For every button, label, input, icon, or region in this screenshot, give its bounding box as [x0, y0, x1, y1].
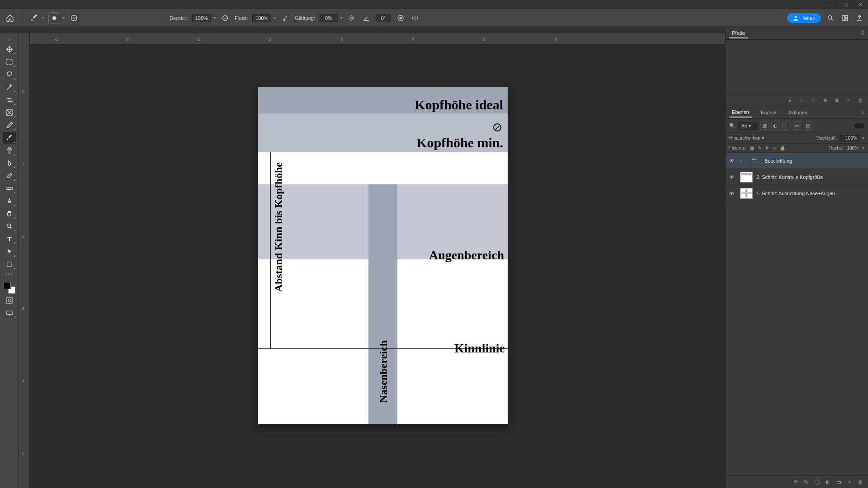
brush-tool-icon[interactable] [29, 13, 39, 23]
layer-name[interactable]: 1. Schritt: Ausrichtung Nase+Augen [756, 191, 835, 196]
gradient-tool[interactable] [3, 183, 16, 194]
filter-adjust-icon[interactable]: ◐ [771, 122, 779, 130]
adjustment-icon[interactable]: ◐ [825, 479, 831, 485]
quickmask-tool[interactable] [3, 295, 16, 306]
new-path-icon[interactable]: ＋ [845, 97, 852, 103]
layer-row[interactable]: 👁 › 🗀 Beschriftung [726, 153, 868, 169]
path-from-selection-icon[interactable]: ◆ [822, 97, 828, 103]
link-layers-icon[interactable]: ⟲ [792, 479, 798, 485]
layer-name[interactable]: 2. Schritt: Kontrolle Kopfgröße [756, 174, 823, 180]
pressure-opacity-icon[interactable] [220, 13, 230, 23]
marquee-tool[interactable] [3, 56, 16, 68]
path-select-tool[interactable] [3, 246, 16, 258]
workspace-icon[interactable] [840, 13, 850, 23]
filter-shape-icon[interactable]: ▭ [793, 122, 801, 130]
lock-trans-icon[interactable]: ▦ [750, 145, 754, 150]
shape-tool[interactable] [3, 258, 16, 270]
panel-flyout-icon[interactable]: » [859, 28, 866, 33]
tab-paths[interactable]: Pfade [729, 28, 748, 38]
mask-icon[interactable]: ◯ [814, 479, 820, 485]
eraser-tool[interactable] [3, 170, 16, 182]
new-layer-icon[interactable]: ＋ [846, 479, 853, 485]
canvas[interactable]: Kopfhöhe ideal Kopfhöhe min. Augenbereic… [30, 44, 725, 488]
minimize-button[interactable]: – [828, 1, 835, 8]
ruler-vertical[interactable]: 0 1 2 3 4 5 [19, 44, 30, 488]
chevron-right-icon[interactable]: › [740, 158, 745, 164]
airbrush-icon[interactable] [280, 13, 290, 23]
layer-row[interactable]: 👁 1. Schritt: Ausrichtung Nase+Augen [726, 185, 868, 202]
filter-type-icon[interactable]: T [782, 122, 790, 130]
screenmode-tool[interactable] [3, 307, 16, 319]
maximize-button[interactable]: □ [843, 1, 849, 8]
tab-actions[interactable]: Aktionen [785, 108, 810, 117]
pressure-size-icon[interactable] [396, 13, 406, 23]
more-tools[interactable]: ••• [5, 271, 14, 279]
flow-input[interactable]: 100% [252, 14, 271, 22]
zoom-tool[interactable] [3, 221, 16, 232]
add-mask-icon[interactable]: ▣ [834, 97, 840, 103]
chevron-down-icon[interactable]: ▾ [63, 16, 65, 20]
eyedropper-tool[interactable] [3, 119, 16, 131]
layer-thumbnail[interactable] [740, 172, 753, 183]
opacity-input[interactable]: 100% [192, 14, 211, 22]
frame-tool[interactable] [3, 107, 16, 118]
smoothing-options-icon[interactable] [347, 13, 357, 23]
blend-mode-select[interactable]: Hindurchwirken ▾ [729, 136, 788, 141]
fx-icon[interactable]: fx [803, 479, 809, 485]
ruler-origin[interactable] [19, 33, 30, 44]
filter-pixel-icon[interactable]: ▦ [760, 122, 769, 130]
share-button[interactable]: Teilen [787, 13, 821, 23]
close-button[interactable]: ✕ [857, 1, 863, 8]
smoothing-input[interactable]: 0% [320, 14, 338, 22]
stroke-path-icon[interactable]: ○ [798, 97, 805, 103]
clone-tool[interactable] [3, 145, 16, 156]
filter-kind-select[interactable]: Art ▾ [738, 122, 758, 130]
symmetry-icon[interactable] [410, 13, 420, 23]
chevron-down-icon[interactable]: ▾ [214, 16, 216, 20]
visibility-icon[interactable]: 👁 [729, 174, 736, 180]
paths-panel-body[interactable] [726, 40, 868, 94]
layer-row[interactable]: 👁 2. Schritt: Kontrolle Kopfgröße [726, 169, 868, 185]
home-button[interactable] [4, 12, 16, 24]
brush-tool[interactable] [3, 132, 16, 144]
export-icon[interactable] [854, 13, 864, 23]
ruler-horizontal[interactable]: -1 0 1 2 3 4 5 6 [30, 33, 725, 44]
fill-path-icon[interactable]: ● [787, 97, 793, 103]
layer-opacity-input[interactable]: 100% [840, 135, 859, 141]
visibility-icon[interactable]: 👁 [729, 191, 736, 196]
chevron-down-icon[interactable]: ▾ [274, 16, 276, 20]
chevron-down-icon[interactable]: ▾ [340, 16, 342, 20]
lasso-tool[interactable] [3, 69, 16, 80]
chevrons-icon[interactable]: » [3, 36, 16, 42]
pen-tool[interactable] [3, 195, 16, 207]
wand-tool[interactable] [3, 81, 16, 93]
lock-paint-icon[interactable]: ✎ [758, 145, 761, 150]
chevron-down-icon[interactable]: ▾ [862, 145, 864, 150]
type-tool[interactable] [3, 233, 16, 245]
color-swatches[interactable] [4, 282, 15, 294]
chevron-down-icon[interactable]: ▾ [42, 16, 44, 20]
hand-tool[interactable] [3, 208, 16, 220]
filter-toggle[interactable] [854, 123, 864, 128]
smudge-tool[interactable] [3, 157, 16, 169]
trash-icon[interactable]: 🗑 [857, 97, 863, 103]
move-tool[interactable] [3, 43, 16, 55]
lock-move-icon[interactable]: ✥ [765, 145, 769, 150]
crop-tool[interactable] [3, 94, 16, 106]
search-icon[interactable] [826, 13, 835, 23]
layer-fill-input[interactable]: 100% [847, 145, 859, 150]
brush-panel-button[interactable] [69, 13, 79, 23]
lock-all-icon[interactable]: 🔒 [780, 145, 785, 150]
layer-thumbnail[interactable] [740, 188, 753, 199]
filter-smart-icon[interactable]: ▤ [804, 122, 812, 130]
layer-name[interactable]: Beschriftung [764, 158, 792, 164]
trash-icon[interactable]: 🗑 [857, 479, 863, 485]
panel-menu-icon[interactable]: ≡ [862, 110, 864, 115]
brush-preview[interactable] [48, 12, 60, 24]
selection-from-path-icon[interactable]: ◇ [810, 97, 816, 103]
group-icon[interactable]: 🗀 [835, 479, 842, 485]
chevron-down-icon[interactable]: ▾ [862, 136, 864, 141]
tab-channels[interactable]: Kanäle [758, 108, 779, 117]
visibility-icon[interactable]: 👁 [729, 158, 736, 164]
angle-input[interactable]: 0° [376, 14, 391, 22]
